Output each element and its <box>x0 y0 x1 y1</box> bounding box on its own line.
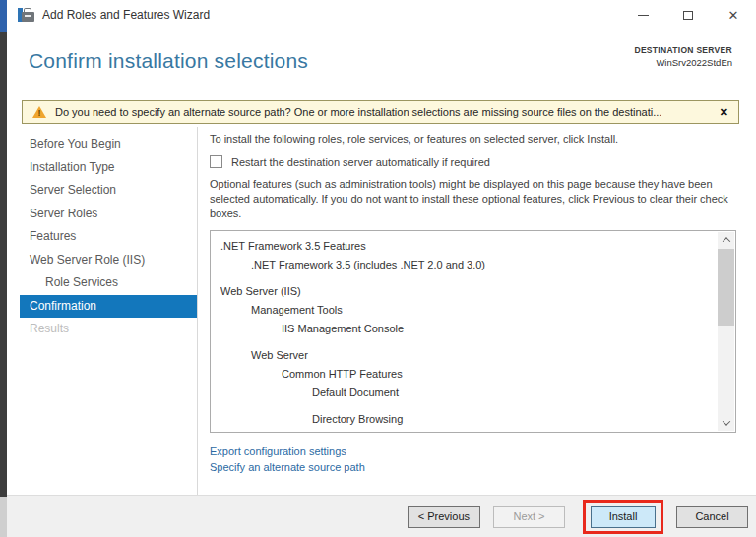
feature-item: Directory Browsing <box>220 410 712 429</box>
restart-checkbox-row[interactable]: Restart the destination server automatic… <box>210 155 736 168</box>
restart-checkbox[interactable] <box>210 155 222 168</box>
scroll-down-button[interactable] <box>718 415 734 431</box>
cancel-button[interactable]: Cancel <box>676 506 748 528</box>
list-scrollbar[interactable] <box>718 232 734 431</box>
maximize-icon <box>683 11 693 20</box>
selected-features-list: .NET Framework 3.5 Features .NET Framewo… <box>210 230 736 433</box>
install-button[interactable]: Install <box>591 506 656 528</box>
wizard-body: Before You Begin Installation Type Serve… <box>7 127 756 495</box>
feature-item: Web Server <box>220 346 712 365</box>
sidebar-item-installation-type[interactable]: Installation Type <box>7 156 197 180</box>
action-links: Export configuration settings Specify an… <box>210 444 736 475</box>
window-title: Add Roles and Features Wizard <box>42 8 210 22</box>
intro-text: To install the following roles, role ser… <box>210 133 736 145</box>
destination-server-block: DESTINATION SERVER WinSrv2022StdEn <box>634 45 732 90</box>
export-configuration-link[interactable]: Export configuration settings <box>210 444 736 459</box>
add-roles-wizard-window: Add Roles and Features Wizard ✕ Confirm … <box>7 0 756 537</box>
optional-features-note: Optional features (such as administratio… <box>210 177 736 221</box>
sidebar-item-confirmation[interactable]: Confirmation <box>20 295 197 319</box>
close-button[interactable]: ✕ <box>711 0 756 30</box>
close-icon: ✕ <box>728 9 739 22</box>
feature-item: IIS Management Console <box>220 320 712 338</box>
feature-item: Default Document <box>220 384 712 402</box>
warning-text: Do you need to specify an alternate sour… <box>55 106 712 118</box>
chevron-down-icon <box>722 417 729 425</box>
sidebar-item-role-services[interactable]: Role Services <box>7 271 197 295</box>
sidebar-item-server-roles[interactable]: Server Roles <box>7 203 197 226</box>
feature-item: Web Server (IIS) <box>220 282 712 301</box>
next-button: Next > <box>493 506 565 528</box>
chevron-up-icon <box>722 237 729 245</box>
feature-item: Management Tools <box>220 301 712 320</box>
scroll-up-button[interactable] <box>718 232 734 248</box>
background-window-strip-top <box>0 0 7 32</box>
background-window-strip-bottom <box>0 497 7 537</box>
sidebar-item-features[interactable]: Features <box>7 225 197 249</box>
warning-close-icon[interactable]: ✕ <box>720 106 728 119</box>
server-manager-icon <box>18 8 34 22</box>
alternate-source-warning-banner: ! Do you need to specify an alternate so… <box>22 100 739 124</box>
feature-item: Common HTTP Features <box>220 365 712 384</box>
scrollbar-thumb[interactable] <box>718 249 734 326</box>
titlebar: Add Roles and Features Wizard ✕ <box>7 0 756 30</box>
minimize-button[interactable] <box>620 0 665 30</box>
feature-item: .NET Framework 3.5 Features <box>220 237 712 256</box>
sidebar-item-results: Results <box>7 318 197 341</box>
minimize-icon <box>638 15 649 16</box>
page-header: Confirm installation selections DESTINAT… <box>7 30 756 90</box>
page-title: Confirm installation selections <box>29 49 308 90</box>
warning-icon: ! <box>32 106 46 118</box>
specify-alternate-source-link[interactable]: Specify an alternate source path <box>210 459 736 475</box>
maximize-button[interactable] <box>665 0 711 30</box>
sidebar-item-server-selection[interactable]: Server Selection <box>7 179 197 203</box>
sidebar-item-before-you-begin[interactable]: Before You Begin <box>7 133 197 156</box>
confirmation-content: To install the following roles, role ser… <box>198 127 756 495</box>
previous-button[interactable]: < Previous <box>408 506 480 528</box>
install-highlight-annotation: Install <box>583 500 663 534</box>
wizard-steps-sidebar: Before You Begin Installation Type Serve… <box>7 127 197 495</box>
sidebar-item-web-server-role-iis[interactable]: Web Server Role (IIS) <box>7 249 197 272</box>
wizard-footer: < Previous Next > Install Cancel <box>7 495 756 537</box>
background-window-strip <box>0 0 7 537</box>
window-controls: ✕ <box>620 0 756 30</box>
destination-server-label: DESTINATION SERVER <box>634 45 732 55</box>
feature-item: .NET Framework 3.5 (includes .NET 2.0 an… <box>220 256 712 274</box>
feature-item-clipped: HTTP Errors <box>220 429 712 433</box>
restart-checkbox-label: Restart the destination server automatic… <box>231 156 490 168</box>
destination-server-name: WinSrv2022StdEn <box>634 57 732 68</box>
